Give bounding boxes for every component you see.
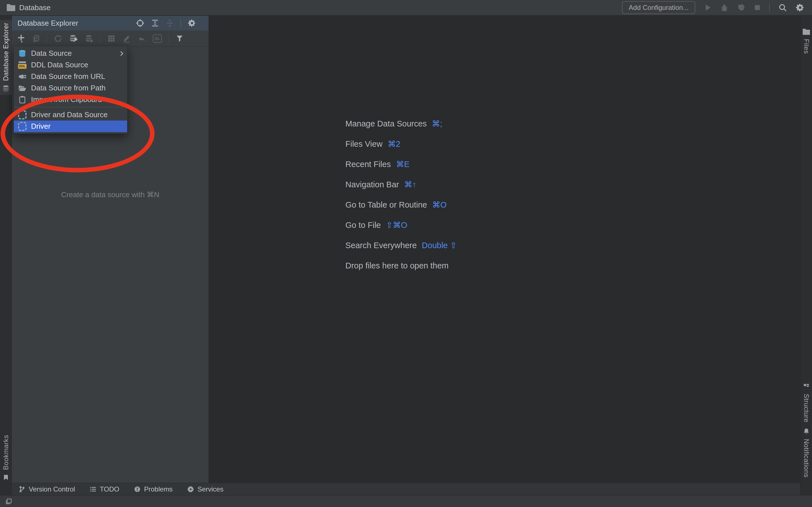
plug-icon [18, 72, 27, 81]
shortcut-row: Files View⌘2 [345, 134, 457, 154]
notifications-stripe-label: Notifications [802, 439, 810, 477]
shortcut-row: Drop files here to open them [345, 256, 457, 276]
todo-list-icon [90, 486, 96, 493]
create-data-source-hint: Create a data source with ⌘N [12, 190, 209, 199]
menu-separator [14, 107, 127, 107]
shortcut-row: Navigation Bar⌘↑ [345, 174, 457, 194]
search-icon[interactable] [778, 3, 787, 12]
files-stripe-label: Files [802, 39, 810, 54]
profiler-icon[interactable] [737, 3, 746, 12]
edit-source-icon[interactable] [122, 34, 131, 43]
menu-item-driver-and-data-source[interactable]: Driver and Data Source [14, 109, 127, 121]
bell-icon [803, 428, 810, 435]
menu-item-data-source[interactable]: Data Source [14, 48, 127, 59]
menu-item-import-from-clipboard[interactable]: Import from Clipboard [14, 94, 127, 105]
debug-icon[interactable] [720, 3, 728, 12]
bottombar-item-problems[interactable]: Problems [134, 485, 172, 493]
sidebar-item-database-explorer[interactable]: Database Explorer [0, 20, 12, 95]
new-data-source-menu: Data Source DDL DDL Data Source Data Sou… [13, 46, 128, 134]
bookmark-icon [3, 474, 9, 481]
menu-item-ddl-data-source[interactable]: DDL DDL Data Source [14, 59, 127, 71]
database-explorer-stripe-label: Database Explorer [2, 22, 10, 81]
sidebar-item-structure[interactable]: Structure [801, 380, 812, 425]
menu-item-data-source-from-url[interactable]: Data Source from URL [14, 71, 127, 82]
header-divider [181, 19, 181, 27]
menu-item-label: Data Source [31, 49, 72, 58]
files-folder-icon [803, 29, 810, 35]
table-data-icon[interactable] [107, 34, 116, 43]
shortcut-row: Go to File⇧⌘O [345, 215, 457, 235]
query-console-badge: QL [153, 34, 162, 43]
shortcut-row: Go to Table or Routine⌘O [345, 194, 457, 215]
filter-icon[interactable] [175, 35, 184, 43]
toolbar-divider [168, 34, 169, 43]
shortcut-row: Recent Files⌘E [345, 154, 457, 174]
toolbar-divider [47, 34, 47, 43]
window-layout-icon[interactable] [5, 498, 12, 505]
bottom-tool-window-bar: Version Control TODO Problems [12, 483, 800, 495]
expand-all-icon[interactable] [151, 19, 159, 27]
menu-item-label: Data Source from URL [31, 72, 105, 81]
menu-item-label: Driver and Data Source [31, 110, 108, 119]
bottombar-item-todo[interactable]: TODO [90, 485, 119, 493]
driver-icon [18, 110, 27, 119]
git-branch-icon [18, 486, 26, 493]
panel-header[interactable]: Database Explorer [12, 16, 209, 31]
detach-data-source-icon[interactable] [85, 34, 93, 43]
menu-item-label: Driver [31, 122, 50, 131]
structure-stripe-label: Structure [802, 394, 810, 422]
folder-open-icon [18, 84, 27, 93]
database-icon [2, 85, 10, 92]
shortcut-hints: Manage Data Sources⌘; Files View⌘2 Recen… [345, 114, 457, 276]
bottombar-item-services[interactable]: Services [187, 485, 223, 493]
shortcut-row: Search EverywhereDouble ⇧ [345, 235, 457, 256]
project-folder-icon [7, 4, 15, 11]
duplicate-icon[interactable] [32, 34, 40, 43]
sidebar-item-bookmarks[interactable]: Bookmarks [0, 432, 12, 484]
menu-item-driver[interactable]: Driver [14, 121, 127, 132]
bookmarks-stripe-label: Bookmarks [2, 435, 10, 470]
panel-settings-gear-icon[interactable] [188, 19, 196, 27]
problems-icon [134, 486, 141, 493]
shortcut-row: Manage Data Sources⌘; [345, 114, 457, 134]
panel-toolbar: QL [12, 31, 209, 47]
sidebar-item-notifications[interactable]: Notifications [801, 425, 812, 480]
jump-to-console-icon[interactable] [138, 34, 146, 43]
status-bar [0, 495, 812, 507]
structure-icon [803, 383, 810, 390]
submenu-chevron-icon [119, 51, 123, 56]
services-icon [187, 486, 194, 493]
add-configuration-button[interactable]: Add Configuration... [622, 1, 695, 14]
editor-area: Manage Data Sources⌘; Files View⌘2 Recen… [209, 16, 800, 483]
stop-icon[interactable] [754, 4, 761, 11]
ddl-icon: DDL [18, 61, 27, 69]
driver-icon [18, 122, 27, 131]
menu-item-label: Data Source from Path [31, 83, 105, 93]
data-source-properties-icon[interactable] [69, 34, 78, 43]
refresh-icon[interactable] [54, 34, 62, 43]
application-window: Database Add Configuration... [0, 0, 812, 507]
left-tool-window-stripe: Database Explorer Bookmarks [0, 16, 12, 495]
toolbar-divider [100, 34, 100, 43]
menu-item-data-source-from-path[interactable]: Data Source from Path [14, 82, 127, 94]
menu-item-label: Import from Clipboard [31, 95, 102, 104]
title-bar: Database Add Configuration... [0, 0, 812, 16]
right-tool-window-stripe: Files Structure Notifications [800, 16, 812, 495]
toolbar-divider [769, 3, 770, 12]
query-console-icon[interactable]: QL [153, 34, 162, 43]
collapse-all-icon[interactable] [166, 19, 174, 27]
panel-title: Database Explorer [17, 19, 78, 27]
database-icon [18, 49, 27, 58]
new-item-icon[interactable] [17, 34, 26, 43]
clipboard-icon [18, 96, 27, 104]
menu-item-label: DDL Data Source [31, 61, 88, 69]
settings-icon[interactable] [796, 3, 805, 12]
sidebar-item-files[interactable]: Files [801, 26, 812, 57]
run-icon[interactable] [704, 4, 712, 11]
bottombar-item-version-control[interactable]: Version Control [18, 485, 75, 493]
project-name: Database [19, 3, 50, 12]
locate-target-icon[interactable] [136, 19, 144, 27]
